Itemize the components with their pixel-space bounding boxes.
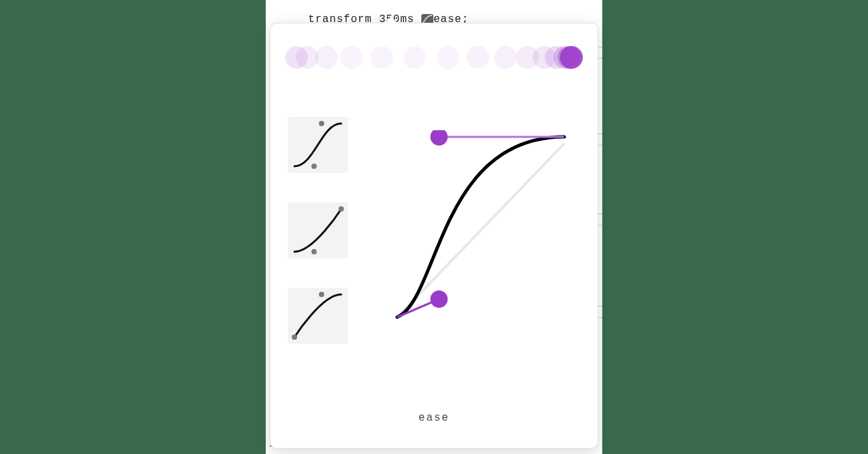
preset-ease-in-out[interactable] bbox=[288, 117, 348, 173]
svg-point-4 bbox=[292, 334, 297, 340]
linear-reference-line bbox=[397, 144, 564, 317]
preview-dot bbox=[437, 46, 459, 69]
page-background: transform 350ms ease; ⋯ ease bbox=[0, 0, 868, 454]
preset-curve-icon bbox=[288, 202, 348, 258]
svg-point-2 bbox=[311, 249, 316, 254]
easing-editor-popover: ease bbox=[270, 23, 598, 449]
curve-name-label: ease bbox=[270, 412, 598, 424]
preset-ease-out[interactable] bbox=[288, 288, 348, 344]
easing-animation-preview bbox=[285, 39, 583, 75]
preview-dot bbox=[467, 46, 489, 69]
preview-dot bbox=[403, 46, 426, 69]
bezier-curve-editor[interactable] bbox=[391, 130, 571, 324]
svg-point-5 bbox=[319, 292, 324, 297]
preview-dot bbox=[494, 46, 517, 69]
preview-dot bbox=[340, 46, 363, 69]
control-handle-1[interactable] bbox=[431, 290, 448, 308]
svg-point-0 bbox=[311, 164, 316, 169]
preview-dot bbox=[560, 46, 583, 69]
preset-ease-in[interactable] bbox=[288, 202, 348, 258]
preview-dot bbox=[315, 46, 338, 69]
preset-curve-icon bbox=[288, 117, 348, 173]
preset-curve-icon bbox=[288, 288, 348, 344]
control-handle-2[interactable] bbox=[431, 130, 448, 146]
svg-point-1 bbox=[319, 121, 324, 126]
preview-dot bbox=[371, 46, 393, 69]
css-declaration-line: transform 350ms ease; bbox=[266, 1, 469, 16]
popover-arrow-icon bbox=[385, 17, 398, 23]
easing-preset-list bbox=[288, 117, 352, 373]
svg-point-3 bbox=[339, 206, 344, 212]
